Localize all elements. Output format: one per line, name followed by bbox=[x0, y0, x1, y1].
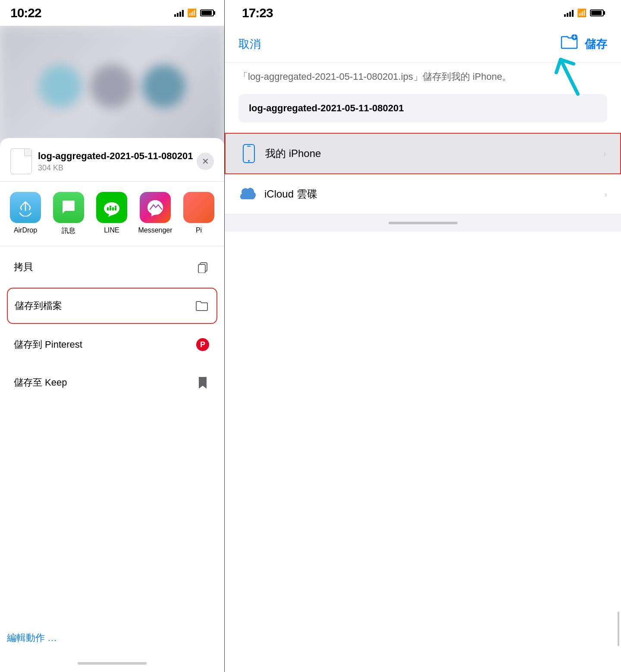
share-sheet: log-aggregated-2021-05-11-080201 304 KB … bbox=[0, 138, 224, 672]
battery-icon-left bbox=[200, 9, 214, 16]
app-item-airdrop[interactable]: AirDrop bbox=[10, 192, 41, 236]
phone-left: 10:22 📶 log-aggregated-2021 bbox=[0, 0, 224, 672]
iphone-chevron-icon: › bbox=[603, 149, 606, 159]
message-label: 訊息 bbox=[62, 226, 75, 236]
line-icon bbox=[96, 192, 127, 223]
copy-icon bbox=[195, 259, 210, 275]
home-bar-left bbox=[78, 662, 147, 665]
messenger-label: Messenger bbox=[138, 226, 172, 234]
action-save-files-label: 儲存到檔案 bbox=[15, 299, 62, 312]
app-row: AirDrop 訊息 bbox=[0, 182, 224, 246]
partial-app-icon bbox=[183, 192, 214, 223]
file-name-left: log-aggregated-2021-05-11-080201 bbox=[38, 150, 197, 163]
line-label: LINE bbox=[104, 226, 119, 234]
action-save-keep[interactable]: 儲存至 Keep bbox=[7, 365, 217, 400]
icloud-location-label: iCloud 雲碟 bbox=[264, 187, 604, 201]
cancel-button[interactable]: 取消 bbox=[238, 37, 261, 52]
messenger-icon bbox=[140, 192, 171, 223]
status-icons-left: 📶 bbox=[174, 8, 214, 18]
home-bar-right bbox=[389, 222, 458, 224]
folder-icon bbox=[194, 298, 210, 314]
close-button[interactable]: ✕ bbox=[197, 153, 214, 170]
icloud-chevron-icon: › bbox=[604, 189, 607, 199]
svg-rect-9 bbox=[243, 144, 254, 163]
home-indicator-left bbox=[0, 655, 224, 672]
partial-label: Pi bbox=[196, 226, 202, 234]
status-icons-right: 📶 bbox=[564, 8, 604, 18]
app-item-partial[interactable]: Pi bbox=[184, 192, 214, 236]
app-item-messenger[interactable]: Messenger bbox=[140, 192, 171, 236]
file-header: log-aggregated-2021-05-11-080201 304 KB … bbox=[0, 138, 224, 182]
right-content: 取消 儲存 「log-aggregated-2021-05-11-080201.… bbox=[225, 26, 621, 672]
iphone-device-icon bbox=[239, 144, 258, 163]
pinterest-icon: P bbox=[195, 337, 210, 352]
app-item-message[interactable]: 訊息 bbox=[53, 192, 84, 236]
time-left: 10:22 bbox=[10, 6, 41, 20]
action-save-pinterest[interactable]: 儲存到 Pinterest P bbox=[7, 327, 217, 362]
signal-icon-left bbox=[174, 9, 184, 17]
svg-rect-10 bbox=[247, 146, 251, 147]
battery-icon-right bbox=[590, 9, 604, 16]
signal-icon-right bbox=[564, 9, 574, 17]
message-icon bbox=[53, 192, 84, 223]
location-icloud[interactable]: iCloud 雲碟 › bbox=[225, 174, 621, 214]
action-list: 拷貝 儲存到檔案 儲存到 Pinteres bbox=[0, 246, 224, 625]
action-save-keep-label: 儲存至 Keep bbox=[14, 376, 67, 389]
icloud-icon bbox=[238, 185, 257, 204]
scrollbar-thumb[interactable] bbox=[618, 612, 619, 646]
teal-arrow-annotation bbox=[543, 51, 595, 103]
file-info: log-aggregated-2021-05-11-080201 304 KB bbox=[38, 150, 197, 173]
status-bar-left: 10:22 📶 bbox=[0, 0, 224, 26]
svg-rect-7 bbox=[198, 264, 205, 273]
wifi-icon-left: 📶 bbox=[187, 8, 197, 18]
action-save-pinterest-label: 儲存到 Pinterest bbox=[14, 338, 82, 351]
file-size-left: 304 KB bbox=[38, 163, 197, 173]
location-iphone[interactable]: 我的 iPhone › bbox=[225, 133, 621, 174]
save-button-right[interactable]: 儲存 bbox=[585, 37, 607, 52]
edit-actions[interactable]: 編輯動作 … bbox=[0, 625, 224, 655]
iphone-location-label: 我的 iPhone bbox=[265, 147, 603, 160]
svg-rect-2 bbox=[110, 206, 111, 210]
svg-point-11 bbox=[248, 160, 250, 162]
action-save-files[interactable]: 儲存到檔案 bbox=[7, 288, 217, 324]
time-right: 17:23 bbox=[242, 6, 273, 20]
status-bar-right: 17:23 📶 bbox=[225, 0, 621, 26]
app-item-line[interactable]: LINE bbox=[97, 192, 127, 236]
wifi-icon-right: 📶 bbox=[577, 8, 586, 18]
phone-right: 17:23 📶 取消 bbox=[224, 0, 621, 672]
file-icon bbox=[10, 148, 32, 174]
action-copy[interactable]: 拷貝 bbox=[7, 250, 217, 284]
bookmark-icon bbox=[195, 375, 210, 390]
airdrop-label: AirDrop bbox=[14, 226, 37, 234]
airdrop-icon bbox=[10, 192, 41, 223]
preview-area bbox=[0, 26, 224, 147]
svg-rect-5 bbox=[107, 207, 116, 208]
blurred-preview bbox=[0, 26, 224, 147]
svg-rect-4 bbox=[115, 206, 116, 210]
action-copy-label: 拷貝 bbox=[14, 261, 33, 273]
home-indicator-right bbox=[225, 214, 621, 232]
